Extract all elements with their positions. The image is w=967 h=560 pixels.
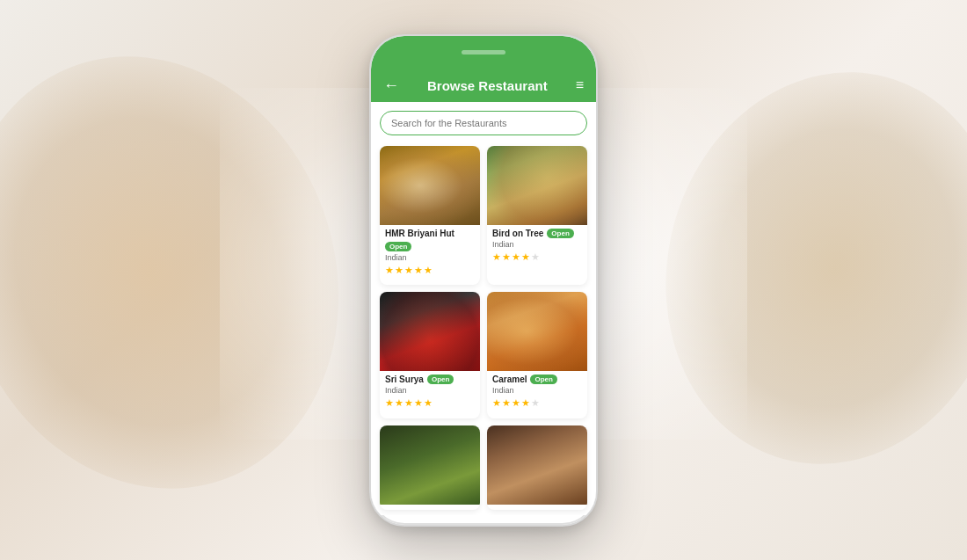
search-input[interactable] [380, 111, 587, 135]
restaurant-image-bird [487, 146, 587, 225]
cuisine-label: Indian [492, 386, 582, 395]
star-icon: ★ [492, 397, 501, 409]
restaurant-card[interactable] [380, 425, 480, 510]
star-icon: ★ [492, 251, 501, 263]
star-rating: ★★★★★ [385, 265, 475, 276]
star-icon: ★ [531, 397, 540, 409]
restaurant-grid: HMR Briyani HutOpenIndian★★★★★Bird on Tr… [371, 141, 596, 515]
card-name-row: CaramelOpen [492, 375, 582, 384]
phone-speaker [462, 50, 505, 55]
card-name-row: Sri SuryaOpen [385, 375, 475, 384]
star-icon: ★ [521, 397, 530, 409]
star-icon: ★ [385, 397, 394, 409]
restaurant-image-surya [380, 292, 480, 371]
restaurant-card[interactable]: Bird on TreeOpenIndian★★★★★ [487, 146, 587, 286]
star-rating: ★★★★★ [492, 397, 582, 409]
card-info: CaramelOpenIndian★★★★★ [487, 371, 587, 413]
star-icon: ★ [521, 251, 530, 263]
star-icon: ★ [424, 265, 433, 276]
restaurant-name: Bird on Tree [492, 229, 543, 238]
menu-icon[interactable]: ≡ [576, 77, 584, 93]
card-info: Bird on TreeOpenIndian★★★★★ [487, 225, 587, 267]
star-icon: ★ [424, 397, 433, 409]
back-button[interactable]: ← [383, 76, 399, 95]
open-badge: Open [547, 229, 573, 238]
search-container [371, 102, 596, 141]
restaurant-card[interactable]: Sri SuryaOpenIndian★★★★★ [380, 292, 480, 418]
cuisine-label: Indian [385, 386, 475, 395]
star-icon: ★ [395, 265, 404, 276]
restaurant-card[interactable] [487, 425, 587, 510]
card-name-row: Bird on TreeOpen [492, 229, 582, 238]
star-icon: ★ [404, 265, 413, 276]
restaurant-name: HMR Briyani Hut [385, 229, 454, 238]
open-badge: Open [427, 375, 454, 384]
restaurant-name: Sri Surya [385, 375, 424, 384]
restaurant-card[interactable]: HMR Briyani HutOpenIndian★★★★★ [380, 146, 480, 286]
star-icon: ★ [512, 397, 520, 409]
star-icon: ★ [531, 251, 540, 263]
card-name-row: HMR Briyani HutOpen [385, 229, 475, 251]
star-icon: ★ [385, 265, 394, 276]
star-icon: ★ [414, 397, 423, 409]
restaurant-image-bottom1 [380, 425, 480, 505]
open-badge: Open [530, 375, 556, 384]
restaurant-image-caramel [487, 292, 587, 371]
open-badge: Open [385, 242, 411, 251]
card-info: Sri SuryaOpenIndian★★★★★ [380, 371, 480, 413]
star-icon: ★ [502, 251, 511, 263]
star-icon: ★ [395, 397, 404, 409]
cuisine-label: Indian [385, 253, 475, 262]
star-icon: ★ [414, 265, 423, 276]
page-title: Browse Restaurant [427, 78, 548, 93]
star-rating: ★★★★★ [385, 397, 475, 409]
phone-mockup: ← Browse Restaurant ≡ HMR Briyani HutOpe… [369, 34, 598, 527]
app-header: ← Browse Restaurant ≡ [371, 69, 596, 102]
star-rating: ★★★★★ [492, 251, 582, 263]
star-icon: ★ [404, 397, 413, 409]
restaurant-card[interactable]: CaramelOpenIndian★★★★★ [487, 292, 587, 418]
restaurant-image-bottom2 [487, 425, 587, 505]
cuisine-label: Indian [492, 240, 582, 249]
phone-screen: ← Browse Restaurant ≡ HMR Briyani HutOpe… [369, 34, 598, 527]
card-info: HMR Briyani HutOpenIndian★★★★★ [380, 225, 480, 280]
star-icon: ★ [512, 251, 520, 263]
restaurant-image-hmr [380, 146, 480, 225]
restaurant-name: Caramel [492, 375, 527, 384]
phone-top-bar [371, 36, 596, 69]
star-icon: ★ [502, 397, 511, 409]
